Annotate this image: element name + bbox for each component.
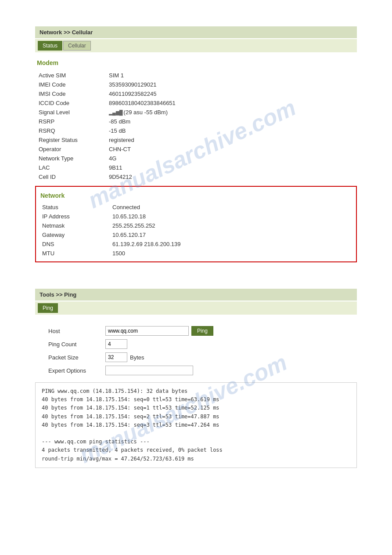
modem-row-7: Register Statusregistered (35, 135, 357, 145)
ping-count-input[interactable] (105, 339, 127, 349)
cellular-tab-bar: Status Cellular (35, 39, 357, 52)
ping-bytes-label: Bytes (130, 354, 144, 361)
network-label-5: MTU (39, 249, 109, 258)
ping-form: Host Ping Ping Count Packet Size Bytes E… (35, 322, 357, 375)
ping-expert-row: Expert Options (48, 366, 344, 375)
network-value-2: 255.255.255.252 (109, 221, 353, 230)
ping-output: PING www.qq.com (14.18.175.154): 32 data… (35, 382, 357, 468)
network-row-0: StatusConnected (39, 203, 353, 212)
modem-value-0: SIM 1 (105, 71, 357, 80)
modem-label-3: ICCID Code (35, 98, 105, 108)
network-label-2: Netmask (39, 221, 109, 230)
modem-row-9: Network Type4G (35, 154, 357, 163)
modem-row-11: Cell ID9D54212 (35, 172, 357, 181)
cellular-section: Network >> Cellular Status Cellular Mode… (35, 26, 357, 262)
ping-tab-bar: Ping (35, 301, 357, 315)
ping-expert-label: Expert Options (48, 367, 105, 374)
modem-row-1: IMEI Code353593090129021 (35, 80, 357, 89)
network-row-1: IP Address10.65.120.18 (39, 212, 353, 221)
network-row-2: Netmask255.255.255.252 (39, 221, 353, 230)
modem-label-8: Operator (35, 145, 105, 154)
cellular-breadcrumb: Network >> Cellular (35, 26, 357, 38)
network-row-4: DNS61.139.2.69 218.6.200.139 (39, 239, 353, 249)
modem-table: Active SIMSIM 1IMEI Code353593090129021I… (35, 71, 357, 181)
network-label-0: Status (39, 203, 109, 212)
modem-label-5: RSRP (35, 117, 105, 126)
modem-row-6: RSRQ-15 dB (35, 126, 357, 135)
modem-label-10: LAC (35, 163, 105, 172)
network-label-3: Gateway (39, 230, 109, 239)
network-value-5: 1500 (109, 249, 353, 258)
modem-value-1: 353593090129021 (105, 80, 357, 89)
modem-title: Modem (35, 59, 357, 66)
modem-value-8: CHN-CT (105, 145, 357, 154)
modem-row-0: Active SIMSIM 1 (35, 71, 357, 80)
modem-row-5: RSRP-85 dBm (35, 117, 357, 126)
tab-cellular[interactable]: Cellular (63, 41, 91, 51)
modem-value-10: 9B11 (105, 163, 357, 172)
network-row-3: Gateway10.65.120.17 (39, 230, 353, 239)
modem-label-4: Signal Level (35, 108, 105, 117)
ping-packet-size-label: Packet Size (48, 354, 105, 361)
ping-breadcrumb: Tools >> Ping (35, 289, 357, 301)
ping-host-label: Host (48, 328, 105, 334)
modem-row-3: ICCID Code898603180402383846651 (35, 98, 357, 108)
ping-host-row: Host Ping (48, 326, 344, 336)
modem-value-4: ▂▄▆█(29 asu -55 dBm) (105, 108, 357, 117)
network-title: Network (39, 192, 353, 199)
tab-ping[interactable]: Ping (38, 303, 58, 313)
modem-value-7: registered (105, 135, 357, 145)
network-value-4: 61.139.2.69 218.6.200.139 (109, 239, 353, 249)
modem-label-2: IMSI Code (35, 89, 105, 98)
ping-packet-size-row: Packet Size Bytes (48, 352, 344, 362)
modem-value-9: 4G (105, 154, 357, 163)
modem-value-11: 9D54212 (105, 172, 357, 181)
modem-value-2: 460110923582245 (105, 89, 357, 98)
modem-row-4: Signal Level▂▄▆█(29 asu -55 dBm) (35, 108, 357, 117)
ping-expert-input[interactable] (105, 366, 193, 375)
network-box: Network StatusConnectedIP Address10.65.1… (35, 186, 357, 262)
network-label-4: DNS (39, 239, 109, 249)
modem-label-7: Register Status (35, 135, 105, 145)
modem-value-5: -85 dBm (105, 117, 357, 126)
modem-label-0: Active SIM (35, 71, 105, 80)
network-value-1: 10.65.120.18 (109, 212, 353, 221)
network-row-5: MTU1500 (39, 249, 353, 258)
modem-label-11: Cell ID (35, 172, 105, 181)
ping-packet-size-input[interactable] (105, 352, 127, 362)
ping-count-label: Ping Count (48, 341, 105, 348)
ping-count-row: Ping Count (48, 339, 344, 349)
network-table: StatusConnectedIP Address10.65.120.18Net… (39, 203, 353, 258)
tab-status[interactable]: Status (38, 41, 62, 51)
modem-label-9: Network Type (35, 154, 105, 163)
modem-value-3: 898603180402383846651 (105, 98, 357, 108)
ping-button[interactable]: Ping (191, 326, 213, 336)
modem-label-6: RSRQ (35, 126, 105, 135)
ping-host-input[interactable] (105, 326, 189, 336)
network-label-1: IP Address (39, 212, 109, 221)
modem-label-1: IMEI Code (35, 80, 105, 89)
modem-row-10: LAC9B11 (35, 163, 357, 172)
modem-row-2: IMSI Code460110923582245 (35, 89, 357, 98)
modem-value-6: -15 dB (105, 126, 357, 135)
ping-section: Tools >> Ping Ping Host Ping Ping Count … (35, 289, 357, 468)
network-value-3: 10.65.120.17 (109, 230, 353, 239)
modem-row-8: OperatorCHN-CT (35, 145, 357, 154)
network-value-0: Connected (109, 203, 353, 212)
signal-icon: ▂▄▆█ (109, 110, 123, 115)
